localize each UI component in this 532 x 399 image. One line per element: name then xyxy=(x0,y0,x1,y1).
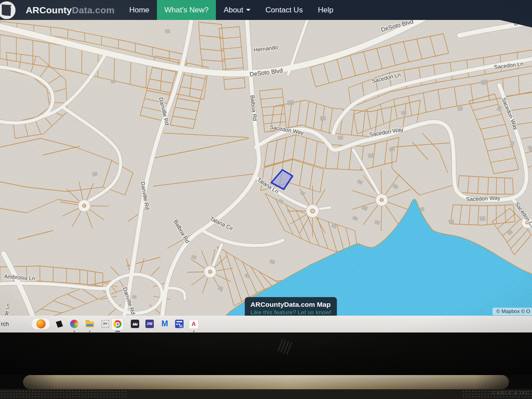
folder-paper xyxy=(86,324,93,326)
nav-about-label: About xyxy=(223,6,243,15)
nav-home[interactable]: Home xyxy=(121,0,156,20)
tooltip-title: ARCountyData.com Map xyxy=(250,301,331,309)
running-indicator xyxy=(74,331,75,332)
running-indicator xyxy=(193,331,195,332)
dark-app-icon[interactable] xyxy=(131,320,139,328)
windows-taskbar: rch ✂ JW M 31 A xyxy=(0,316,532,332)
acrobat-icon[interactable]: A xyxy=(189,319,199,329)
firefox-icon[interactable] xyxy=(31,318,51,330)
photo-watermark: CABLE & IXC xyxy=(493,390,530,395)
tooltip-feedback-link[interactable]: Like this feature? Let us know! xyxy=(250,309,331,316)
map-canvas: HernandoDeSoto BlvdDeSoto BlvdDeSotoSace… xyxy=(0,20,532,316)
nav-about[interactable]: About xyxy=(216,0,258,20)
caret-down-icon xyxy=(246,9,250,11)
malwarebytes-icon[interactable]: M xyxy=(160,319,169,329)
brand-primary: ARCounty xyxy=(26,5,72,16)
dark-app-glyph xyxy=(133,322,137,325)
speaker-grille xyxy=(0,390,128,399)
brand[interactable]: ARCountyData.com xyxy=(26,0,114,20)
laptop-photo: ARCountyData.com Home What's New? About … xyxy=(0,0,532,399)
active-indicator xyxy=(115,331,120,332)
nav-whats-new[interactable]: What's New? xyxy=(157,0,216,20)
arkansas-state-shape xyxy=(2,4,12,16)
nav-contact-us[interactable]: Contact Us xyxy=(258,0,310,20)
arkansas-logo-icon[interactable] xyxy=(0,1,16,19)
map-tooltip: ARCountyData.com Map Like this feature? … xyxy=(245,297,337,316)
schedule-app-icon[interactable]: 31 xyxy=(175,320,184,328)
parcel-map[interactable]: HernandoDeSoto BlvdDeSoto BlvdDeSotoSace… xyxy=(0,20,532,316)
schedule-bar xyxy=(176,321,182,322)
color-sphere-icon[interactable] xyxy=(70,320,78,328)
laptop-hinge xyxy=(23,375,509,389)
snipping-tool-icon[interactable]: ✂ xyxy=(102,320,109,328)
schedule-number: 31 xyxy=(179,325,183,328)
file-explorer-icon[interactable] xyxy=(86,321,94,327)
task-view-icon[interactable] xyxy=(56,321,63,328)
taskbar-search-text[interactable]: rch xyxy=(1,316,9,332)
navbar: ARCountyData.com Home What's New? About … xyxy=(0,0,532,20)
chrome-icon[interactable] xyxy=(111,318,124,330)
map-attribution[interactable]: © Mapbox © O xyxy=(493,308,532,315)
chrome-logo-glyph xyxy=(113,320,121,328)
running-indicator xyxy=(89,331,90,332)
laptop-bezel xyxy=(0,332,532,375)
schedule-dot xyxy=(176,324,178,325)
brand-secondary: Data.com xyxy=(72,5,114,16)
hp-logo-icon xyxy=(276,338,296,357)
nav-help[interactable]: Help xyxy=(310,0,341,20)
jw-app-icon[interactable]: JW xyxy=(145,320,154,328)
firefox-fox-glyph xyxy=(36,319,46,329)
